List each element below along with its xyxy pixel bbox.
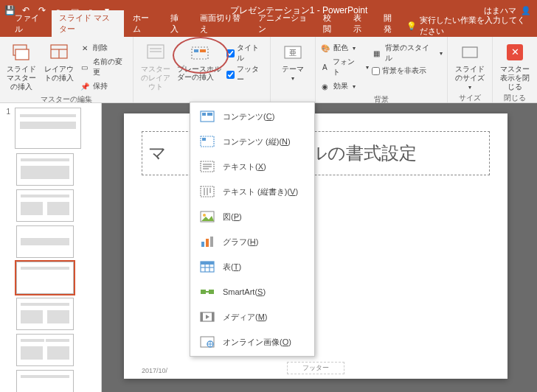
dd-text-vertical[interactable]: テキスト (縦書き)(V) [190,179,314,204]
svg-rect-33 [201,262,214,265]
effects-icon: ◉ [320,81,330,91]
slide-master-icon [10,41,32,63]
tab-home[interactable]: ホーム [125,10,161,37]
footer-placeholder[interactable]: フッター [287,362,344,374]
dd-online-image[interactable]: オンライン画像(O) [190,329,314,354]
preserve-button[interactable]: 📌保持 [80,80,128,93]
dd-table[interactable]: 表(T) [190,254,314,279]
layout-thumbnail-selected[interactable] [16,262,74,294]
group-master-layout: マスターのレイアウト プレースホルダーの挿入 タイトル フッター マスター レイ… [134,37,270,102]
fonts-button[interactable]: Aフォント▾ [320,55,370,79]
ribbon: スライド マスターの挿入 レイアウトの挿入 ✕削除 ▭名前の変更 📌保持 マスタ… [0,37,537,103]
tab-file[interactable]: ファイル [7,10,50,37]
delete-icon: ✕ [80,43,90,53]
chevron-down-icon: ▾ [440,50,443,57]
slide-size-icon [459,41,481,63]
svg-rect-13 [462,47,477,57]
svg-rect-40 [201,312,203,321]
svg-rect-31 [210,237,213,247]
tab-animations[interactable]: アニメーション [251,10,314,37]
colors-button[interactable]: 🎨配色▾ [320,41,370,55]
svg-text:亜: 亜 [289,49,297,57]
tab-developer[interactable]: 開発 [376,10,405,37]
tab-view[interactable]: 表示 [346,10,375,37]
placeholder-dropdown: コンテンツ(C) コンテンツ (縦)(N) テキスト(X) テキスト (縦書き)… [190,102,315,357]
master-layout-button: マスターのレイアウト [138,41,173,91]
smartart-icon [199,285,215,298]
bg-styles-button[interactable]: ▦背景のスタイル▾ [372,41,443,65]
content-icon [199,110,215,123]
tell-me-search[interactable]: 💡 実行したい作業を入力してください [406,15,537,37]
svg-rect-29 [201,242,204,247]
svg-rect-38 [209,290,214,294]
layout-thumbnail[interactable] [16,370,74,392]
table-icon [199,260,215,273]
online-image-icon [199,335,215,349]
svg-rect-37 [201,290,206,294]
svg-rect-10 [200,49,206,52]
dd-smartart[interactable]: SmartArt(S) [190,279,314,304]
slide-editor[interactable]: マ トルの書式設定 2017/10/ フッター [102,103,537,392]
layout-thumbnail[interactable] [16,298,74,330]
insert-placeholder-button[interactable]: プレースホルダーの挿入 [176,41,224,83]
dd-text[interactable]: テキスト(X) [190,154,314,179]
svg-rect-8 [192,47,208,59]
placeholder-icon [189,43,211,65]
chevron-down-icon: ▾ [468,84,471,91]
dd-picture[interactable]: 図(P) [190,204,314,229]
svg-rect-41 [212,312,214,321]
themes-button[interactable]: 亜 テーマ ▾ [275,41,311,83]
chevron-down-icon: ▾ [291,75,294,83]
rename-icon: ▭ [80,62,90,72]
date-placeholder[interactable]: 2017/10/ [142,367,167,374]
layout-icon [48,41,70,63]
rename-button[interactable]: ▭名前の変更 [80,55,128,79]
fonts-icon: A [320,62,330,72]
chevron-down-icon: ▾ [353,83,356,90]
footer-checkbox[interactable]: フッター [226,64,266,85]
chevron-down-icon: ▾ [353,45,356,52]
close-master-button[interactable]: ✕ マスター表示を閉じる [497,41,533,91]
layout-thumbnail[interactable] [16,189,74,222]
svg-rect-9 [194,49,198,52]
hide-bg-checkbox[interactable]: 背景を非表示 [372,66,443,76]
colors-icon: 🎨 [320,43,330,53]
master-thumbnail[interactable] [15,108,81,149]
lightbulb-icon: 💡 [406,21,417,31]
svg-rect-30 [206,239,209,247]
layout-thumbnail[interactable] [16,225,74,258]
layout-thumbnail[interactable] [16,153,74,186]
text-icon [199,160,215,173]
text-vertical-icon [199,185,215,198]
thumbnail-panel[interactable]: 1 [0,103,102,392]
insert-layout-button[interactable]: レイアウトの挿入 [42,41,77,83]
ribbon-tabs: ファイル スライド マスター ホーム 挿入 画面切り替え アニメーション 校閲 … [0,21,537,37]
chart-icon [199,235,215,248]
layout-thumbnail[interactable] [16,334,74,366]
dd-chart[interactable]: グラフ(H) [190,229,314,254]
svg-rect-1 [15,49,29,60]
effects-button[interactable]: ◉効果▾ [320,80,370,93]
dd-content[interactable]: コンテンツ(C) [190,104,314,129]
title-checkbox[interactable]: タイトル [226,43,266,63]
tab-insert[interactable]: 挿入 [163,10,192,37]
group-size: スライドのサイズ ▾ サイズ [448,37,493,102]
slide-canvas[interactable]: マ トルの書式設定 2017/10/ フッター [124,113,507,379]
preserve-icon: 📌 [80,81,90,91]
insert-slide-master-button[interactable]: スライド マスターの挿入 [4,41,39,91]
group-themes: 亜 テーマ ▾ [271,37,316,102]
group-background: 🎨配色▾ Aフォント▾ ◉効果▾ ▦背景のスタイル▾ 背景を非表示 背景 [316,37,448,102]
svg-rect-16 [207,113,212,116]
chevron-down-icon: ▾ [366,64,369,71]
delete-button[interactable]: ✕削除 [80,41,128,55]
dd-media[interactable]: メディア(M) [190,304,314,329]
svg-rect-15 [202,113,206,116]
user-avatar-icon[interactable]: 👤 [521,6,531,15]
dd-content-vertical[interactable]: コンテンツ (縦)(N) [190,129,314,154]
thumb-number: 1 [3,108,10,149]
tab-review[interactable]: 校閲 [316,10,344,37]
slide-size-button[interactable]: スライドのサイズ ▾ [452,41,488,91]
media-icon [199,310,215,323]
tab-transitions[interactable]: 画面切り替え [193,10,249,37]
tab-slide-master[interactable]: スライド マスター [52,10,124,37]
